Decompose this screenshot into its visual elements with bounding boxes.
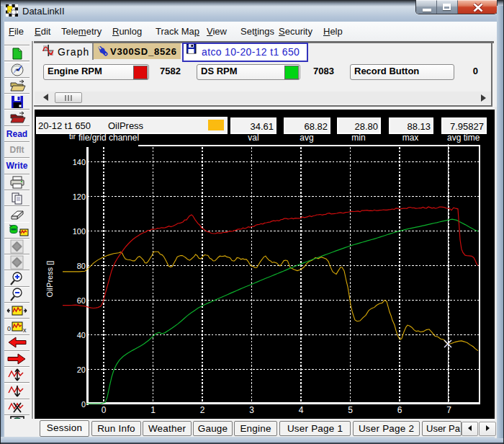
svg-text:x: x	[23, 327, 27, 334]
svg-text:0: 0	[7, 325, 11, 332]
